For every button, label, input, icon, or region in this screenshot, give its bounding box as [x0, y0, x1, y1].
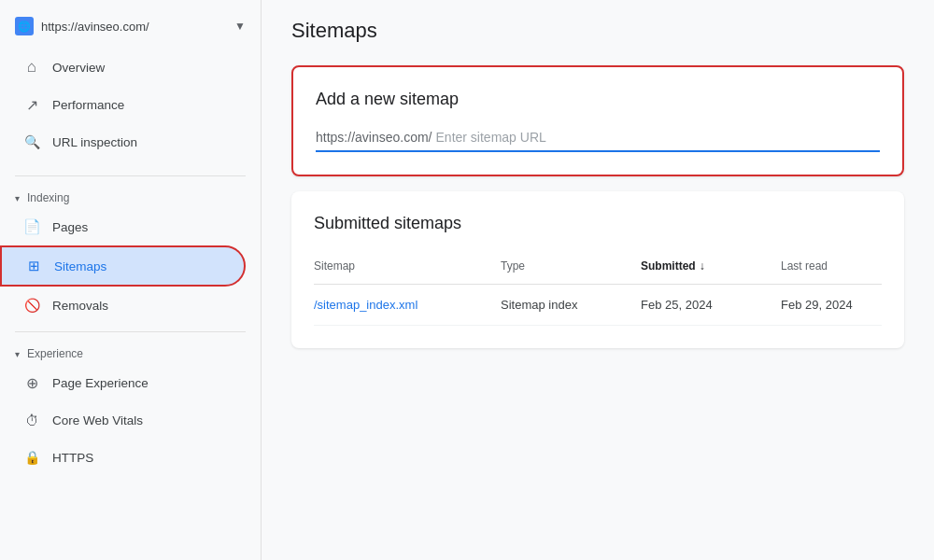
sidebar-item-label: Performance [52, 98, 124, 112]
sidebar-item-label: Page Experience [52, 376, 149, 390]
sidebar-item-label: Sitemaps [54, 259, 106, 273]
add-sitemap-title: Add a new sitemap [316, 90, 880, 109]
sort-arrow-icon: ↓ [700, 259, 705, 273]
indexing-section: ▾ Indexing Pages Sitemaps Removals [0, 184, 261, 324]
page-experience-icon [22, 373, 41, 392]
top-nav: Overview Performance URL inspection [0, 49, 261, 168]
collapse-icon: ▾ [15, 349, 20, 359]
home-icon [22, 58, 41, 77]
sidebar-item-label: Removals [52, 299, 108, 313]
col-sitemap-header: Sitemap [314, 259, 501, 273]
table-row: /sitemap_index.xml Sitemap index Feb 25,… [314, 285, 882, 326]
sitemap-type: Sitemap index [501, 298, 641, 312]
page-title: Sitemaps [291, 19, 904, 43]
main-content: Sitemaps Add a new sitemap https://avins… [262, 0, 934, 560]
https-icon [22, 448, 41, 467]
col-last-read-header: Last read [781, 259, 921, 273]
submitted-sitemaps-title: Submitted sitemaps [314, 214, 882, 233]
sidebar-item-https[interactable]: HTTPS [0, 439, 246, 476]
sitemap-url-input[interactable] [432, 128, 880, 147]
sitemap-submitted-date: Feb 25, 2024 [641, 298, 781, 312]
indexing-label: Indexing [27, 191, 69, 204]
removals-icon [22, 296, 41, 315]
sidebar-item-label: HTTPS [52, 451, 93, 465]
col-submitted-header: Submitted ↓ [641, 259, 781, 273]
divider-1 [15, 175, 246, 176]
submitted-sitemaps-card: Submitted sitemaps Sitemap Type Submitte… [291, 191, 904, 348]
sidebar-item-removals[interactable]: Removals [0, 287, 246, 324]
sidebar-item-label: Overview [52, 61, 105, 75]
experience-section: ▾ Experience Page Experience Core Web Vi… [0, 340, 261, 476]
experience-label: Experience [27, 347, 83, 360]
site-url: https://avinseo.com/ [41, 20, 227, 34]
pages-icon [22, 217, 41, 236]
sitemap-input-row: https://avinseo.com/ [316, 128, 880, 152]
site-favicon: 🌐 [15, 17, 34, 35]
sidebar-item-sitemaps[interactable]: Sitemaps [0, 245, 246, 287]
sidebar-item-label: Core Web Vitals [52, 413, 143, 427]
core-web-vitals-icon [22, 411, 41, 429]
sitemap-file-link[interactable]: /sitemap_index.xml [314, 298, 501, 312]
sitemap-last-read-date: Feb 29, 2024 [781, 298, 921, 312]
site-selector[interactable]: 🌐 https://avinseo.com/ ▼ [0, 7, 261, 49]
experience-section-header[interactable]: ▾ Experience [0, 340, 261, 364]
sidebar-item-label: URL inspection [52, 135, 137, 149]
sidebar-item-pages[interactable]: Pages [0, 208, 246, 245]
divider-2 [15, 331, 246, 332]
sidebar-item-label: Pages [52, 220, 88, 234]
sidebar-item-page-experience[interactable]: Page Experience [0, 364, 246, 401]
sitemaps-icon [24, 257, 43, 275]
indexing-section-header[interactable]: ▾ Indexing [0, 184, 261, 208]
add-sitemap-card: Add a new sitemap https://avinseo.com/ [291, 65, 904, 176]
sidebar-item-core-web-vitals[interactable]: Core Web Vitals [0, 401, 246, 439]
search-icon [22, 133, 41, 151]
table-header: Sitemap Type Submitted ↓ Last read [314, 252, 882, 285]
chevron-down-icon: ▼ [234, 20, 246, 33]
sidebar-item-overview[interactable]: Overview [0, 49, 246, 86]
performance-icon [22, 95, 41, 114]
sidebar-item-url-inspection[interactable]: URL inspection [0, 123, 246, 161]
sidebar-item-performance[interactable]: Performance [0, 86, 246, 123]
sitemap-url-prefix: https://avinseo.com/ [316, 130, 432, 145]
submitted-label: Submitted [641, 259, 696, 273]
col-type-header: Type [501, 259, 641, 273]
collapse-icon: ▾ [15, 193, 20, 203]
sidebar: 🌐 https://avinseo.com/ ▼ Overview Perfor… [0, 0, 262, 560]
